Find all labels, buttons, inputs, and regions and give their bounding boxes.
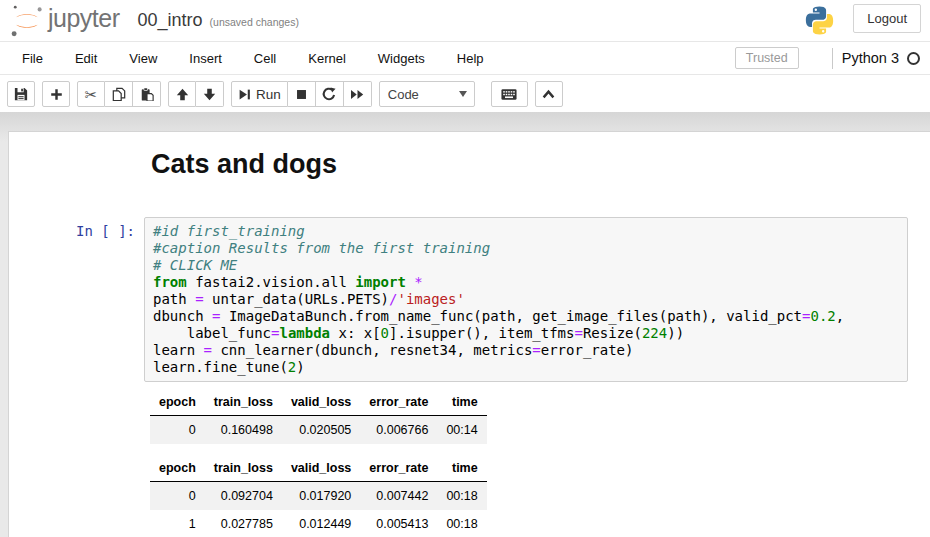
menu-item-help[interactable]: Help <box>441 42 500 74</box>
code-token: import <box>355 274 406 290</box>
save-icon <box>14 87 28 101</box>
move-cell-down-button[interactable] <box>196 81 224 107</box>
training-table-1: epochtrain_lossvalid_losserror_ratetime0… <box>150 391 487 444</box>
code-token: label_func <box>153 325 271 341</box>
restart-run-all-button[interactable] <box>344 81 372 107</box>
table-cell: 0 <box>150 416 205 445</box>
restart-icon <box>322 87 336 101</box>
run-button-label: Run <box>256 87 281 102</box>
table-cell: 0.017920 <box>282 482 360 511</box>
run-icon <box>238 88 251 101</box>
code-line: # CLICK ME <box>153 257 899 274</box>
autosave-status: (unsaved changes) <box>210 16 299 28</box>
code-token: learn.fine_tune( <box>153 359 288 375</box>
menu-item-kernel[interactable]: Kernel <box>292 42 362 74</box>
column-header: valid_loss <box>282 391 360 416</box>
code-token: = <box>195 291 203 307</box>
command-palette-button[interactable] <box>491 81 528 107</box>
code-line: learn.fine_tune(2) <box>153 359 899 376</box>
insert-cell-below-button[interactable] <box>42 81 70 107</box>
run-cell-button[interactable]: Run <box>231 81 288 107</box>
column-header: train_loss <box>205 391 282 416</box>
markdown-prompt <box>9 148 144 217</box>
jupyter-logo-icon <box>10 3 43 39</box>
table-cell: 0.007442 <box>360 482 437 511</box>
code-token: learn <box>153 342 204 358</box>
arrow-down-icon <box>203 88 216 101</box>
code-token: 224 <box>642 325 667 341</box>
table-cell: 0.027785 <box>205 510 282 537</box>
code-line: label_func=lambda x: x[0].isupper(), ite… <box>153 325 899 342</box>
trusted-button[interactable]: Trusted <box>735 47 799 69</box>
code-token: * <box>414 274 422 290</box>
code-token: = <box>532 342 540 358</box>
save-button[interactable] <box>7 81 35 107</box>
code-token: ImageDataBunch.from_name_func(path, get_… <box>220 308 802 324</box>
table-cell: 0.092704 <box>205 482 282 511</box>
code-token: 0 <box>381 325 389 341</box>
code-token: 'images' <box>397 291 464 307</box>
column-header: error_rate <box>360 457 437 482</box>
caret-down-icon <box>459 91 467 97</box>
menu-item-file[interactable]: File <box>6 42 59 74</box>
output-area: epochtrain_lossvalid_losserror_ratetime0… <box>150 391 930 537</box>
move-cell-up-button[interactable] <box>168 81 196 107</box>
copy-icon <box>112 87 126 101</box>
code-token: lambda <box>279 325 330 341</box>
code-line: from fastai2.vision.all import * <box>153 274 899 291</box>
code-token: #id first_training <box>153 223 305 239</box>
table-cell: 0.012449 <box>282 510 360 537</box>
column-header: epoch <box>150 457 205 482</box>
menu-item-insert[interactable]: Insert <box>173 42 238 74</box>
markdown-cell[interactable]: Cats and dogs <box>9 148 930 217</box>
column-header: valid_loss <box>282 457 360 482</box>
cell-type-select[interactable]: Code <box>379 81 475 107</box>
code-line: learn = cnn_learner(dbunch, resnet34, me… <box>153 342 899 359</box>
menubar: FileEditViewInsertCellKernelWidgetsHelp … <box>0 41 930 75</box>
notebook-area: Cats and dogs In [ ]: #id first_training… <box>0 112 930 537</box>
kernel-name: Python 3 <box>842 50 899 66</box>
table-cell: 00:18 <box>437 482 486 511</box>
stop-icon <box>295 88 308 101</box>
table-row: 10.0277850.0124490.00541300:18 <box>150 510 487 537</box>
paste-cell-button[interactable] <box>133 81 161 107</box>
menu-item-edit[interactable]: Edit <box>59 42 113 74</box>
code-editor[interactable]: #id first_training#caption Results from … <box>144 217 908 382</box>
code-cell: In [ ]: #id first_training#caption Resul… <box>9 217 930 382</box>
menu-item-cell[interactable]: Cell <box>238 42 292 74</box>
notebook-title[interactable]: 00_intro <box>138 10 203 31</box>
table-cell: 0.005413 <box>360 510 437 537</box>
interrupt-kernel-button[interactable] <box>288 81 316 107</box>
menu-item-widgets[interactable]: Widgets <box>362 42 441 74</box>
fast-forward-icon <box>350 88 365 101</box>
menu-item-view[interactable]: View <box>113 42 173 74</box>
jupyter-logo[interactable]: jupyter <box>10 3 120 39</box>
table-cell: 0.020505 <box>282 416 360 445</box>
chevron-up-icon <box>542 89 555 100</box>
table-row: 00.1604980.0205050.00676600:14 <box>150 416 487 445</box>
logout-button[interactable]: Logout <box>853 4 921 33</box>
copy-cell-button[interactable] <box>105 81 133 107</box>
code-token: fastai2.vision.all <box>187 274 356 290</box>
cut-cell-button[interactable]: ✂ <box>77 81 105 107</box>
page-title: Cats and dogs <box>144 148 930 181</box>
jupyter-logo-text: jupyter <box>48 4 120 33</box>
code-token: 0.2 <box>810 308 835 324</box>
cell-prompt: In [ ]: <box>9 217 144 382</box>
kernel-idle-icon <box>907 52 920 65</box>
column-header: error_rate <box>360 391 437 416</box>
restart-kernel-button[interactable] <box>316 81 344 107</box>
arrow-up-icon <box>176 88 189 101</box>
code-token: #caption Results from the first training <box>153 240 490 256</box>
table-cell: 0.006766 <box>360 416 437 445</box>
code-token: untar_data(URLs.PETS) <box>204 291 389 307</box>
code-line: #id first_training <box>153 223 899 240</box>
header: jupyter 00_intro (unsaved changes) Logou… <box>0 0 930 41</box>
plus-icon <box>50 88 63 101</box>
code-line: path = untar_data(URLs.PETS)/'images' <box>153 291 899 308</box>
code-line: dbunch = ImageDataBunch.from_name_func(p… <box>153 308 899 325</box>
python-logo <box>804 5 835 40</box>
collapse-toolbar-button[interactable] <box>535 81 563 107</box>
table-row: 00.0927040.0179200.00744200:18 <box>150 482 487 511</box>
training-table-2: epochtrain_lossvalid_losserror_ratetime0… <box>150 457 487 537</box>
